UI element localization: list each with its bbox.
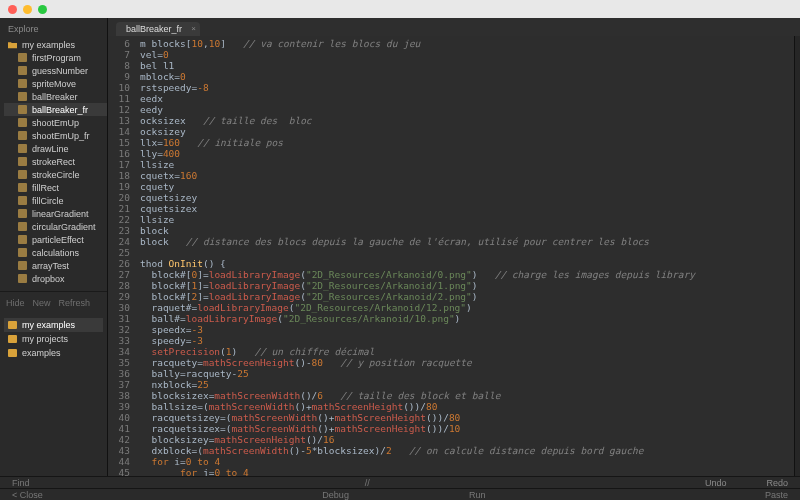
file-item[interactable]: guessNumber: [4, 64, 107, 77]
minimap-scrollbar[interactable]: [794, 36, 800, 476]
file-label: strokeRect: [32, 157, 75, 167]
code-line[interactable]: racquety=mathScreenHeight()-80 // y posi…: [140, 357, 794, 368]
file-item[interactable]: shootEmUp_fr: [4, 129, 107, 142]
code-line[interactable]: cquetsizex: [140, 203, 794, 214]
code-line[interactable]: llsize: [140, 159, 794, 170]
code-area[interactable]: m blocks[10,10] // va contenir les blocs…: [136, 36, 794, 476]
code-line[interactable]: vel=0: [140, 49, 794, 60]
code-line[interactable]: for j=0 to 4: [140, 467, 794, 476]
sidebar-action-refresh[interactable]: Refresh: [59, 298, 91, 308]
project-label: my examples: [22, 320, 75, 330]
sidebar-action-new[interactable]: New: [33, 298, 51, 308]
code-line[interactable]: cquetsizey: [140, 192, 794, 203]
code-line[interactable]: nxblock=25: [140, 379, 794, 390]
code-line[interactable]: eedx: [140, 93, 794, 104]
file-item[interactable]: strokeCircle: [4, 168, 107, 181]
code-line[interactable]: setPrecision(1) // un chiffre décimal: [140, 346, 794, 357]
file-item[interactable]: shootEmUp: [4, 116, 107, 129]
code-line[interactable]: for i=0 to 4: [140, 456, 794, 467]
cmd-redo[interactable]: Redo: [766, 478, 788, 488]
file-item[interactable]: ballBreaker: [4, 90, 107, 103]
code-line[interactable]: ball#=loadLibraryImage("2D_Resources/Ark…: [140, 313, 794, 324]
project-item[interactable]: examples: [4, 346, 103, 360]
code-line[interactable]: bel l1: [140, 60, 794, 71]
file-icon: [18, 53, 27, 62]
code-line[interactable]: blocksizey=mathScreenHeight()/16: [140, 434, 794, 445]
code-line[interactable]: racquetsizey=(mathScreenWidth()+mathScre…: [140, 412, 794, 423]
sidebar-action-hide[interactable]: Hide: [6, 298, 25, 308]
code-line[interactable]: block: [140, 225, 794, 236]
code-line[interactable]: cquety: [140, 181, 794, 192]
file-item[interactable]: fillCircle: [4, 194, 107, 207]
file-item[interactable]: ballBreaker_fr: [4, 103, 107, 116]
status-close[interactable]: < Close: [12, 490, 43, 500]
cmd-find[interactable]: Find: [12, 478, 30, 488]
project-label: examples: [22, 348, 61, 358]
zoom-traffic-light[interactable]: [38, 5, 47, 14]
editor-tab-label: ballBreaker_fr: [126, 24, 182, 34]
code-line[interactable]: block // distance des blocs depuis la ga…: [140, 236, 794, 247]
code-line[interactable]: eedy: [140, 104, 794, 115]
close-traffic-light[interactable]: [8, 5, 17, 14]
explore-panel-title: Explore: [0, 18, 107, 38]
code-line[interactable]: racquetsizex=(mathScreenWidth()+mathScre…: [140, 423, 794, 434]
cmd-undo[interactable]: Undo: [705, 478, 727, 488]
code-line[interactable]: rstspeedy=-8: [140, 82, 794, 93]
folder-my-examples[interactable]: my examples: [4, 38, 107, 51]
code-line[interactable]: speedy=-3: [140, 335, 794, 346]
file-label: shootEmUp_fr: [32, 131, 90, 141]
file-label: strokeCircle: [32, 170, 80, 180]
code-editor[interactable]: 6789101112131415161718192021222324252627…: [108, 36, 800, 476]
code-line[interactable]: m blocks[10,10] // va contenir les blocs…: [140, 38, 794, 49]
code-line[interactable]: dxblock=(mathScreenWidth()-5*blocksizex)…: [140, 445, 794, 456]
file-label: calculations: [32, 248, 79, 258]
file-item[interactable]: spriteMove: [4, 77, 107, 90]
file-item[interactable]: strokeRect: [4, 155, 107, 168]
code-line[interactable]: bally=racquety-25: [140, 368, 794, 379]
file-item[interactable]: drawLine: [4, 142, 107, 155]
status-debug[interactable]: Debug: [322, 490, 349, 500]
file-icon: [18, 66, 27, 75]
code-line[interactable]: thod OnInit() {: [140, 258, 794, 269]
code-line[interactable]: lly=400: [140, 148, 794, 159]
code-line[interactable]: mblock=0: [140, 71, 794, 82]
file-icon: [18, 261, 27, 270]
project-item[interactable]: my examples: [4, 318, 103, 332]
code-line[interactable]: llsize: [140, 214, 794, 225]
code-line[interactable]: ocksizey: [140, 126, 794, 137]
close-icon[interactable]: ×: [191, 24, 196, 33]
file-item[interactable]: linearGradient: [4, 207, 107, 220]
file-item[interactable]: fillRect: [4, 181, 107, 194]
file-tree: my examples firstProgramguessNumbersprit…: [0, 38, 107, 291]
code-line[interactable]: ocksizex // taille des bloc: [140, 115, 794, 126]
file-item[interactable]: circularGradient: [4, 220, 107, 233]
status-run[interactable]: Run: [469, 490, 486, 500]
project-item[interactable]: my projects: [4, 332, 103, 346]
code-line[interactable]: speedx=-3: [140, 324, 794, 335]
code-line[interactable]: [140, 247, 794, 258]
project-icon: [8, 321, 17, 329]
code-line[interactable]: cquetx=160: [140, 170, 794, 181]
status-paste[interactable]: Paste: [765, 490, 788, 500]
file-label: linearGradient: [32, 209, 89, 219]
code-line[interactable]: ballsize=(mathScreenWidth()+mathScreenHe…: [140, 401, 794, 412]
code-line[interactable]: block#[2]=loadLibraryImage("2D_Resources…: [140, 291, 794, 302]
code-line[interactable]: raquet#=loadLibraryImage("2D_Resources/A…: [140, 302, 794, 313]
file-item[interactable]: firstProgram: [4, 51, 107, 64]
line-number-gutter: 6789101112131415161718192021222324252627…: [108, 36, 136, 476]
status-bar: < Close Debug Run Paste: [0, 488, 800, 500]
file-icon: [18, 274, 27, 283]
command-bar: Find // Undo Redo: [0, 476, 800, 488]
editor-tab[interactable]: ballBreaker_fr ×: [116, 22, 200, 36]
code-line[interactable]: blocksizex=mathScreenWidth()/6 // taille…: [140, 390, 794, 401]
file-item[interactable]: dropbox: [4, 272, 107, 285]
cmd-comment[interactable]: //: [365, 478, 370, 488]
file-icon: [18, 170, 27, 179]
file-item[interactable]: arrayTest: [4, 259, 107, 272]
file-item[interactable]: calculations: [4, 246, 107, 259]
minimize-traffic-light[interactable]: [23, 5, 32, 14]
code-line[interactable]: llx=160 // initiale pos: [140, 137, 794, 148]
file-item[interactable]: particleEffect: [4, 233, 107, 246]
code-line[interactable]: block#[1]=loadLibraryImage("2D_Resources…: [140, 280, 794, 291]
code-line[interactable]: block#[0]=loadLibraryImage("2D_Resources…: [140, 269, 794, 280]
